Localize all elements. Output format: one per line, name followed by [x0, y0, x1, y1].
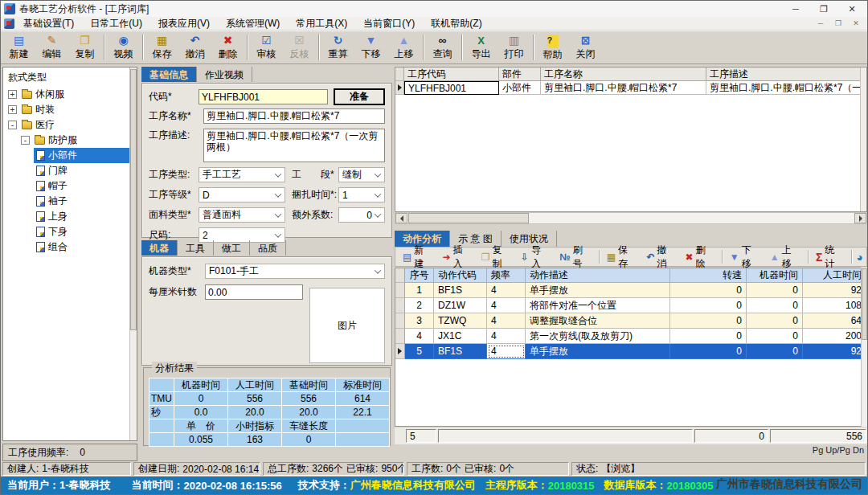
mdi-restore-icon[interactable]: ❐ [830, 19, 846, 27]
save-button[interactable]: ▦保存 [145, 31, 178, 63]
action-table-scrollbar[interactable] [861, 268, 867, 427]
tab-workmanship[interactable]: 做工 [214, 240, 250, 256]
collapse-icon[interactable]: - [8, 121, 17, 129]
tree-item-casual[interactable]: +休闲服 [3, 87, 137, 102]
process-table-scrollbar[interactable] [860, 68, 866, 211]
collapse-icon[interactable]: - [21, 136, 30, 145]
action-new-button[interactable]: ▤新建 [399, 249, 437, 265]
fabric-type-select[interactable]: 普通面料 [199, 207, 285, 223]
pie-chart-icon[interactable]: ◕ [857, 251, 863, 264]
machine-type-select[interactable]: F0101-手工 [205, 264, 385, 279]
tree-item-sleeve[interactable]: 袖子 [3, 194, 137, 209]
tab-basic-info[interactable]: 基础信息 [141, 67, 197, 82]
move-up-button[interactable]: ▲上移 [387, 31, 420, 63]
help-button[interactable]: ?帮助 [536, 31, 569, 63]
segment-select[interactable]: 缝制 [338, 167, 385, 182]
table-row[interactable]: YLFHFBJ001 小部件 剪里袖口.脚口.中腰.帽口松紧*7 剪里袖口.脚口… [395, 81, 866, 95]
action-row-selected[interactable]: 5 BF1S 4 单手摆放 0 0 92 [395, 344, 866, 359]
action-copy-button[interactable]: ❐复制 [477, 249, 515, 265]
close-window-button[interactable]: ⊠关闭 [569, 31, 602, 63]
undo-button[interactable]: ↶撤消 [178, 31, 211, 63]
grade-select[interactable]: D [199, 187, 285, 202]
action-row[interactable]: 4 JX1C 4 第一次剪线(取及放剪刀) 0 0 200 [395, 329, 866, 344]
app-icon [4, 3, 15, 14]
action-move-down-button[interactable]: ▼下移 [726, 249, 764, 265]
delete-icon: ✖ [686, 252, 694, 263]
action-row[interactable]: 2 DZ1W 4 将部件对准一个位置 0 0 108 [395, 298, 866, 313]
action-row[interactable]: 3 TZWQ 4 调整握取缝合位 0 0 64 [395, 313, 866, 329]
query-button[interactable]: ∞查询 [426, 31, 459, 63]
total-count-panel: 总工序数:3266个 已审核:950个 [263, 462, 404, 476]
process-name-input[interactable]: 剪里袖口.脚口.中腰.帽口松紧*7 [203, 108, 385, 124]
scroll-left-icon[interactable] [395, 213, 407, 223]
move-down-button[interactable]: ▼下移 [354, 31, 387, 63]
export-button[interactable]: X导出 [465, 31, 497, 63]
bundle-time-select[interactable]: 1 [338, 187, 385, 202]
close-icon[interactable]: ✕ [840, 4, 864, 14]
print-button[interactable]: ▥打印 [497, 31, 530, 63]
action-statistics-button[interactable]: Σ统计 [812, 249, 848, 265]
copy-button[interactable]: ❐复制 [68, 31, 101, 63]
chevron-down-icon [275, 231, 281, 237]
action-import-button[interactable]: ⇩导入 [517, 249, 554, 265]
action-undo-button[interactable]: ↶撤消 [642, 249, 679, 265]
action-move-up-button[interactable]: ▲上移 [766, 249, 805, 265]
code-input[interactable]: YLFHFBJ001 [199, 89, 328, 104]
action-renumber-button[interactable]: №刷号 [555, 249, 596, 265]
tree-item-hat[interactable]: 帽子 [3, 178, 137, 194]
expand-icon[interactable]: + [8, 90, 17, 99]
action-insert-button[interactable]: ➜插入 [439, 249, 476, 265]
process-desc-input[interactable]: 剪里袖口.脚口.中腰.帽口松紧*7（一次剪两根） [203, 129, 385, 162]
audit-button[interactable]: ☑审核 [250, 31, 283, 63]
menu-daily-work[interactable]: 日常工作(U) [83, 17, 149, 31]
tab-work-video[interactable]: 作业视频 [197, 67, 252, 82]
extra-factor-select[interactable]: 0 [338, 207, 385, 223]
tree-item-small-parts[interactable]: 小部件 [3, 148, 137, 163]
title-bar: 春晓工艺分析软件 - [工序词库] ─ ❐ ✕ [1, 1, 867, 17]
action-delete-button[interactable]: ✖删除 [682, 249, 719, 265]
recalculate-button[interactable]: ↻重算 [321, 31, 354, 63]
minimize-icon[interactable]: ─ [784, 4, 808, 14]
company-watermark: 广州市春晓信息科技有限公司 [716, 477, 862, 492]
current-user: 1-春晓科技 [59, 478, 111, 493]
frequency-editor[interactable]: 4 [487, 344, 526, 359]
scroll-thumb[interactable] [408, 213, 529, 223]
action-table-area: 序号 动作代码 频率 动作描述 转速 机器时间 人工时间 1 BF1S 4 单手… [395, 268, 867, 457]
delete-button[interactable]: ✖删除 [211, 31, 244, 63]
tree-item-fashion[interactable]: +时装 [3, 102, 137, 117]
mdi-close-icon[interactable]: ✕ [848, 19, 864, 27]
detail-panel: 基础信息 作业视频 代码* YLFHFBJ001 准备 工序名称* 剪里袖口.脚… [141, 67, 392, 446]
menu-current-window[interactable]: 当前窗口(Y) [356, 17, 422, 31]
tree-item-protective[interactable]: -防护服 [3, 133, 137, 148]
new-button[interactable]: ▤新建 [2, 31, 35, 63]
expand-icon[interactable]: + [8, 105, 17, 114]
tree-scrollbar[interactable] [129, 68, 137, 440]
tree-item-medical[interactable]: -医疗 [3, 117, 137, 133]
tree-item-lower-body[interactable]: 下身 [3, 224, 137, 239]
tree-item-combination[interactable]: 组合 [3, 239, 137, 255]
action-save-button[interactable]: ▦保存 [603, 249, 641, 265]
menu-help[interactable]: 联机帮助(Z) [424, 17, 489, 31]
menu-tools[interactable]: 常用工具(X) [289, 17, 354, 31]
action-row[interactable]: 1 BF1S 4 单手摆放 0 0 92 [395, 283, 866, 298]
video-button[interactable]: ◉视频 [107, 31, 140, 63]
tab-machine[interactable]: 机器 [141, 240, 178, 256]
restore-icon[interactable]: ❐ [812, 4, 836, 14]
process-table-hscrollbar[interactable] [395, 212, 867, 224]
menu-reports[interactable]: 报表应用(V) [151, 17, 217, 31]
process-type-select[interactable]: 手工工艺 [199, 167, 285, 182]
mdi-minimize-icon[interactable]: ─ [813, 19, 829, 27]
tab-quality[interactable]: 品质 [250, 240, 286, 256]
tree-item-door-plate[interactable]: 门牌 [3, 163, 137, 178]
tab-tool[interactable]: 工具 [178, 240, 214, 256]
edit-button[interactable]: ✎编辑 [35, 31, 68, 63]
menu-basic-settings[interactable]: 基础设置(T) [16, 17, 81, 31]
copy-icon: ❐ [481, 252, 490, 263]
action-toolbar: ▤新建 ➜插入 ❐复制 ⇩导入 №刷号 ▦保存 ↶撤消 ✖删除 ▼下移 ▲上移 … [395, 247, 867, 267]
ready-button[interactable]: 准备 [334, 88, 385, 105]
menu-system[interactable]: 系统管理(W) [219, 17, 287, 31]
tree-item-upper-body[interactable]: 上身 [3, 209, 137, 224]
stitches-per-cm-input[interactable]: 0.00 [205, 284, 303, 300]
scroll-right-icon[interactable] [854, 213, 866, 223]
new-button-icon: ▤ [403, 252, 411, 263]
